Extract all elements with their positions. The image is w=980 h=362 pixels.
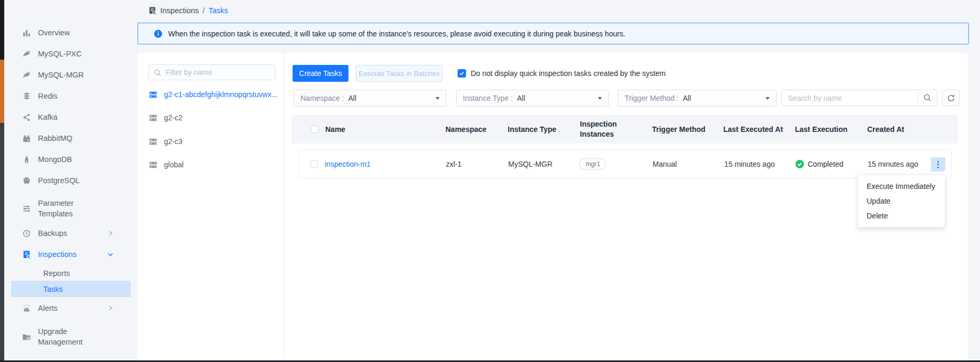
info-banner: When the inspection task is executed, it… (138, 23, 969, 44)
cluster-item-global[interactable]: global (138, 158, 285, 172)
sidebar-item-rabbitmq[interactable]: RabbitMQ (11, 131, 131, 146)
sidebar-item-label: Inspections (38, 249, 76, 260)
sidebar-item-parameter-templates[interactable]: Parameter Templates (11, 196, 131, 221)
mysql-dolphin-icon (22, 71, 31, 80)
sidebar-item-label: Alerts (38, 303, 57, 313)
column-header-namespace: Namespace (445, 125, 487, 135)
column-header-inspection-instances: Inspection Instances (580, 119, 628, 139)
dots-icon (937, 161, 939, 163)
inspections-clipboard-icon (22, 250, 31, 259)
menu-item-update[interactable]: Update (858, 194, 945, 208)
server-icon (149, 113, 158, 122)
scrollbar-thumb[interactable] (0, 60, 4, 123)
chevron-down-icon (107, 251, 114, 258)
sidebar: Overview MySQL-PXC MySQL-MGR Redis Kafka… (4, 0, 138, 360)
layers-icon (22, 92, 31, 101)
sliders-icon (22, 204, 31, 213)
server-icon (149, 90, 158, 99)
sidebar-item-label: MySQL-MGR (38, 70, 84, 80)
cluster-item-label: g2-c3 (164, 137, 182, 146)
cluster-item-g2-c2[interactable]: g2-c2 (138, 111, 285, 125)
status-text: Completed (808, 160, 843, 168)
search-button[interactable] (918, 92, 937, 103)
cluster-item-label: g2-c1-abcdefghijklmnopqrstuvwx... (164, 90, 278, 99)
row-context-menu: Execute Immediately Update Delete (858, 175, 945, 227)
instance-type-filter-value: All (517, 94, 526, 102)
search-icon (153, 69, 162, 79)
sidebar-item-inspections[interactable]: Inspections (11, 247, 131, 262)
row-checkbox[interactable] (311, 160, 318, 168)
namespace-filter-value: All (348, 94, 356, 102)
sidebar-item-mysql-mgr[interactable]: MySQL-MGR (11, 68, 131, 82)
cell-trigger-method: Manual (653, 160, 677, 168)
trigger-method-filter-label: Trigger Method : (625, 94, 678, 102)
info-icon (154, 30, 162, 38)
sidebar-item-label: Kafka (38, 112, 57, 122)
breadcrumb-current[interactable]: Tasks (208, 6, 228, 15)
rabbitmq-icon (22, 134, 31, 143)
select-all-checkbox[interactable] (311, 126, 318, 133)
chevron-right-icon (108, 305, 114, 311)
table-header: Name Namespace Instance Type Inspection … (292, 115, 958, 144)
sidebar-item-label: Overview (38, 27, 70, 38)
refresh-button[interactable] (942, 90, 959, 106)
sidebar-item-mysql-pxc[interactable]: MySQL-PXC (11, 46, 131, 61)
sidebar-item-redis[interactable]: Redis (11, 89, 131, 103)
menu-item-execute-immediately[interactable]: Execute Immediately (858, 179, 945, 194)
cell-last-executed-at: 15 minutes ago (724, 160, 775, 168)
sidebar-item-postgresql[interactable]: PostgreSQL (11, 173, 131, 188)
caret-down-icon (598, 97, 602, 100)
alarm-icon (22, 304, 31, 313)
cluster-filter (148, 64, 276, 80)
create-tasks-button[interactable]: Create Tasks (293, 65, 348, 82)
inspection-instance-tag: mgr1 (579, 158, 606, 170)
column-header-created-at: Created At (867, 125, 904, 135)
sidebar-item-reports[interactable]: Reports (11, 266, 131, 281)
server-icon (149, 160, 158, 169)
namespace-filter-label: Namespace : (300, 94, 344, 102)
breadcrumb-separator: / (202, 6, 205, 15)
sidebar-item-label: Upgrade Management (38, 326, 97, 347)
elephant-icon (22, 176, 31, 185)
cell-created-at: 15 minutes ago (868, 160, 918, 168)
execute-batches-button[interactable]: Execute Tasks in Batches (356, 65, 442, 82)
hide-system-tasks-checkbox[interactable] (458, 69, 466, 78)
cluster-item-g2-c3[interactable]: g2-c3 (138, 135, 285, 148)
instance-type-filter-dropdown[interactable]: Instance Type : All (456, 90, 609, 107)
cluster-panel: g2-c1-abcdefghijklmnopqrstuvwx... g2-c2 … (138, 53, 285, 362)
sidebar-item-backups[interactable]: Backups (11, 226, 131, 241)
cluster-filter-input[interactable] (149, 65, 275, 80)
sidebar-item-overview[interactable]: Overview (11, 25, 131, 40)
task-search-input[interactable] (782, 90, 918, 106)
sidebar-item-label: Backups (38, 228, 67, 239)
inspections-clipboard-icon (148, 6, 157, 15)
activity-rail-top (0, 0, 4, 60)
task-name-link[interactable]: inspection-m1 (325, 160, 371, 168)
sidebar-item-tasks[interactable]: Tasks (11, 281, 131, 297)
breadcrumb-section[interactable]: Inspections (160, 6, 199, 15)
status-badge: Completed (795, 160, 843, 168)
menu-item-delete[interactable]: Delete (858, 208, 945, 223)
bar-chart-icon (22, 28, 31, 37)
sidebar-item-mongodb[interactable]: MongoDB (11, 152, 131, 167)
sidebar-item-alerts[interactable]: Alerts (11, 301, 131, 316)
hide-system-tasks-label: Do not display quick inspection tasks cr… (471, 69, 666, 78)
folder-gear-icon (22, 332, 31, 341)
trigger-method-filter-value: All (683, 94, 691, 102)
breadcrumb: Inspections / Tasks (148, 5, 228, 16)
server-icon (149, 137, 158, 146)
sidebar-item-upgrade-management[interactable]: Upgrade Management (11, 325, 131, 349)
info-banner-text: When the inspection task is executed, it… (168, 30, 625, 38)
refresh-icon (947, 94, 955, 102)
search-icon (923, 93, 932, 102)
row-actions-button[interactable] (931, 157, 945, 172)
cluster-item-g2-c1[interactable]: g2-c1-abcdefghijklmnopqrstuvwx... (138, 88, 285, 101)
task-search (781, 90, 937, 106)
sidebar-item-kafka[interactable]: Kafka (11, 110, 131, 125)
sidebar-item-label: Redis (38, 91, 57, 101)
mysql-dolphin-icon (22, 50, 31, 59)
trigger-method-filter-dropdown[interactable]: Trigger Method : All (618, 90, 777, 107)
chevron-right-icon (108, 230, 114, 236)
table-row[interactable]: inspection-m1 zxl-1 MySQL-MGR mgr1 Manua… (299, 149, 952, 178)
namespace-filter-dropdown[interactable]: Namespace : All (294, 90, 447, 107)
